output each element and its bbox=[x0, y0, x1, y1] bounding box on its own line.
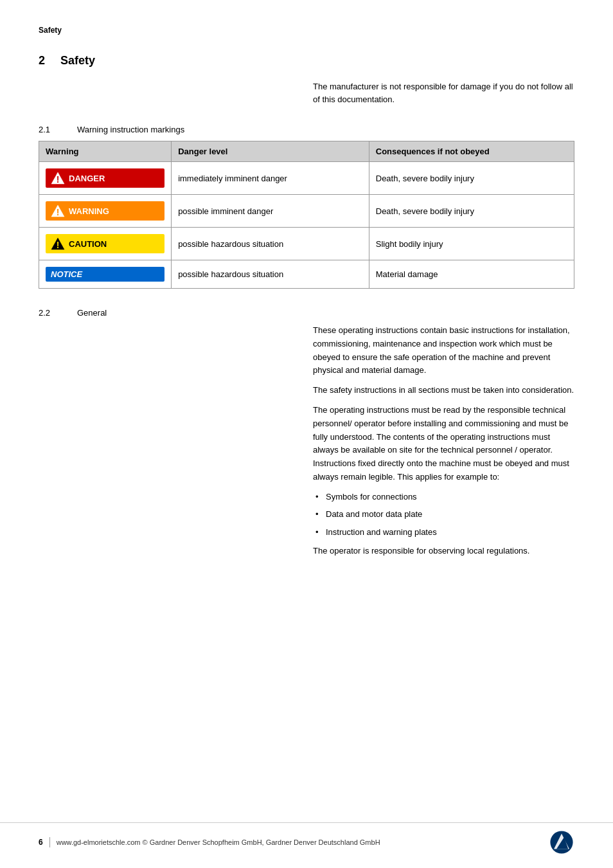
page: Safety 2 Safety The manufacturer is not … bbox=[0, 0, 613, 868]
subsection-2-2-title: General bbox=[77, 308, 107, 318]
general-para-3: The operating instructions must be read … bbox=[313, 404, 574, 484]
list-item: Data and motor data plate bbox=[313, 508, 574, 521]
warning-badge: ! WARNING bbox=[46, 201, 164, 221]
list-item: Symbols for connections bbox=[313, 491, 574, 503]
svg-text:!: ! bbox=[57, 240, 60, 250]
page-header: Safety bbox=[39, 26, 574, 35]
footer-divider bbox=[49, 837, 50, 847]
consequence-notice: Material damage bbox=[369, 260, 574, 289]
section-name: Safety bbox=[60, 54, 95, 68]
section-number: 2 bbox=[39, 54, 45, 68]
page-footer: 6 www.gd-elmorietschle.com © Gardner Den… bbox=[0, 822, 613, 855]
general-section: These operating instructions contain bas… bbox=[39, 324, 574, 565]
danger-level-danger: immediately imminent danger bbox=[172, 162, 369, 195]
closing-text: The operator is responsible for observin… bbox=[313, 545, 574, 558]
danger-level-warning: possible imminent danger bbox=[172, 195, 369, 228]
warning-cell-danger: ! DANGER bbox=[39, 162, 172, 195]
subsection-2-1-header: 2.1 Warning instruction markings bbox=[39, 125, 574, 134]
svg-text:!: ! bbox=[57, 174, 60, 185]
col-header-danger: Danger level bbox=[172, 141, 369, 162]
table-row: ! CAUTION possible hazardous situation S… bbox=[39, 228, 574, 260]
subsection-2-2-header: 2.2 General bbox=[39, 308, 574, 318]
section-title: 2 Safety bbox=[39, 54, 574, 68]
general-para-1: These operating instructions contain bas… bbox=[313, 324, 574, 377]
warning-cell-notice: NOTICE bbox=[39, 260, 172, 289]
elmo-rietschle-logo-icon bbox=[549, 829, 574, 855]
general-para-2: The safety instructions in all sections … bbox=[313, 384, 574, 397]
general-text: These operating instructions contain bas… bbox=[313, 324, 574, 565]
danger-badge: ! DANGER bbox=[46, 168, 164, 188]
svg-text:!: ! bbox=[57, 207, 60, 217]
subsection-2-1-number: 2.1 bbox=[39, 125, 64, 134]
intro-text: The manufacturer is not responsible for … bbox=[313, 80, 574, 105]
notice-label: NOTICE bbox=[51, 269, 82, 279]
danger-level-caution: possible hazardous situation bbox=[172, 228, 369, 260]
subsection-2-1-title: Warning instruction markings bbox=[77, 125, 184, 134]
danger-label: DANGER bbox=[69, 174, 105, 183]
caution-label: CAUTION bbox=[69, 239, 107, 249]
caution-badge: ! CAUTION bbox=[46, 234, 164, 253]
table-row: NOTICE possible hazardous situation Mate… bbox=[39, 260, 574, 289]
warning-cell-caution: ! CAUTION bbox=[39, 228, 172, 260]
warning-icon: ! bbox=[51, 204, 65, 218]
notice-badge: NOTICE bbox=[46, 267, 164, 282]
intro-layout: The manufacturer is not responsible for … bbox=[39, 80, 574, 105]
consequence-caution: Slight bodily injury bbox=[369, 228, 574, 260]
list-item: Instruction and warning plates bbox=[313, 526, 574, 539]
danger-level-notice: possible hazardous situation bbox=[172, 260, 369, 289]
danger-icon: ! bbox=[51, 171, 65, 185]
general-spacer bbox=[39, 324, 300, 565]
footer-text: www.gd-elmorietschle.com © Gardner Denve… bbox=[57, 838, 549, 846]
intro-spacer bbox=[39, 80, 300, 105]
warning-label: WARNING bbox=[69, 206, 109, 216]
footer-page-number: 6 bbox=[39, 838, 43, 847]
caution-icon: ! bbox=[51, 237, 65, 251]
consequence-warning: Death, severe bodily injury bbox=[369, 195, 574, 228]
consequence-danger: Death, severe bodily injury bbox=[369, 162, 574, 195]
table-row: ! WARNING possible imminent danger Death… bbox=[39, 195, 574, 228]
subsection-2-2-number: 2.2 bbox=[39, 308, 64, 318]
table-row: ! DANGER immediately imminent danger Dea… bbox=[39, 162, 574, 195]
bullet-list: Symbols for connections Data and motor d… bbox=[313, 491, 574, 539]
brand-logo bbox=[549, 829, 574, 855]
warning-table: Warning Danger level Consequences if not… bbox=[39, 141, 574, 289]
warning-cell-warning: ! WARNING bbox=[39, 195, 172, 228]
col-header-consequences: Consequences if not obeyed bbox=[369, 141, 574, 162]
col-header-warning: Warning bbox=[39, 141, 172, 162]
